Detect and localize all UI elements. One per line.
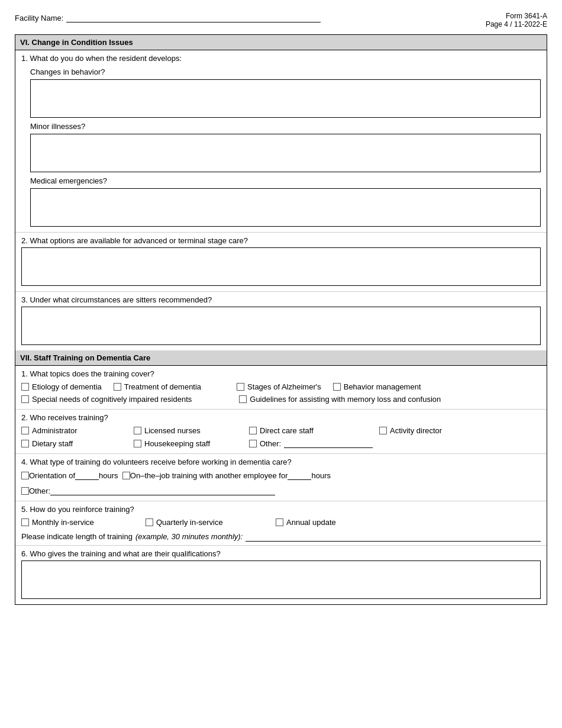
- section7-q1: 1. What topics does the training cover? …: [15, 366, 547, 410]
- recipient-housekeeping-label: Housekeeping staff: [144, 439, 210, 448]
- q5-quarterly-checkbox[interactable]: [146, 518, 153, 526]
- recipient-admin-label: Administrator: [32, 426, 77, 435]
- q1-sub1-block: Changes in behavior?: [21, 65, 541, 118]
- q1-sub1-label: Changes in behavior?: [30, 65, 541, 78]
- q1-sub3-label: Medical emergencies?: [30, 174, 541, 186]
- topic-etiology: Etiology of dementia: [21, 382, 102, 391]
- form-number: Form 3641-A: [486, 12, 547, 20]
- topic-stages: Stages of Alzheimer's: [237, 382, 321, 391]
- q4-hours2-field[interactable]: [288, 471, 311, 480]
- section7-q5: 5. How do you reinforce training? Monthl…: [15, 501, 547, 546]
- q4-other-checkbox[interactable]: [21, 487, 29, 495]
- section6-q3: 3. Under what circumstances are sitters …: [15, 292, 547, 350]
- section7-q2: 2. Who receives training? Administrator …: [15, 410, 547, 454]
- topic-special-label: Special needs of cognitively impaired re…: [32, 395, 192, 404]
- recipient-nurses-checkbox[interactable]: [134, 427, 141, 434]
- facility-label: Facility Name:: [15, 14, 63, 22]
- recipient-housekeeping-checkbox[interactable]: [134, 440, 141, 447]
- q4-hours1-field[interactable]: [75, 471, 99, 480]
- q4-other-field[interactable]: [50, 486, 275, 495]
- q1-sub1-answer[interactable]: [30, 79, 541, 118]
- q2-answer[interactable]: [21, 247, 541, 286]
- recipient-activity: Activity director: [379, 426, 442, 435]
- recipient-direct-checkbox[interactable]: [249, 427, 257, 434]
- q5-monthly-label: Monthly in-service: [32, 518, 94, 527]
- q6-answer[interactable]: [21, 561, 541, 599]
- recipient-dietary-checkbox[interactable]: [21, 440, 29, 447]
- q5-text: 5. How do you reinforce training?: [21, 505, 541, 514]
- q4-hours2-label: hours: [311, 471, 331, 480]
- q5-length-label: Please indicate length of training: [21, 532, 133, 541]
- topic-etiology-label: Etiology of dementia: [32, 382, 102, 391]
- topics-row1: Etiology of dementia Treatment of dement…: [21, 381, 541, 393]
- recipient-direct-label: Direct care staff: [260, 426, 314, 435]
- q3-answer[interactable]: [21, 307, 541, 345]
- recipient-activity-label: Activity director: [390, 426, 442, 435]
- q5-annual-label: Annual update: [286, 518, 336, 527]
- q6-text: 6. Who gives the training and what are t…: [21, 549, 541, 558]
- section6-q2: 2. What options are available for advanc…: [15, 233, 547, 292]
- section7-q6: 6. Who gives the training and what are t…: [15, 546, 547, 604]
- recipient-direct: Direct care staff: [249, 426, 367, 435]
- recipient-dietary: Dietary staff: [21, 439, 122, 448]
- q1-sub2-block: Minor illnesses?: [21, 120, 541, 172]
- recipient-nurses-label: Licensed nurses: [144, 426, 201, 435]
- section7-body: 1. What topics does the training cover? …: [15, 366, 547, 604]
- recipient-other-label: Other:: [260, 439, 281, 448]
- q1-sub2-answer[interactable]: [30, 134, 541, 172]
- q4-text: 4. What type of training do volunteers r…: [21, 458, 541, 466]
- topics-row2: Special needs of cognitively impaired re…: [21, 393, 541, 405]
- facility-name-row: Facility Name:: [15, 12, 321, 22]
- q5-length-row: Please indicate length of training (exam…: [21, 532, 541, 542]
- recipient-nurses: Licensed nurses: [134, 426, 237, 435]
- q1-sub3-answer[interactable]: [30, 188, 541, 227]
- page-info: Page 4 / 11-2022-E: [486, 20, 547, 28]
- recipients-row2: Dietary staff Housekeeping staff Other:: [21, 437, 541, 450]
- q1-topics-text: 1. What topics does the training cover?: [21, 369, 541, 378]
- q2-recipients-text: 2. Who receives training?: [21, 413, 541, 422]
- q4-orientation-checkbox[interactable]: [21, 472, 29, 479]
- q5-quarterly-label: Quarterly in-service: [156, 518, 223, 527]
- recipient-activity-checkbox[interactable]: [379, 427, 387, 434]
- q5-annual: Annual update: [276, 518, 336, 527]
- q1-text: 1. What do you do when the resident deve…: [21, 54, 541, 63]
- topic-guidelines-checkbox[interactable]: [239, 395, 247, 403]
- topic-guidelines: Guidelines for assisting with memory los…: [239, 395, 441, 404]
- recipient-housekeeping: Housekeeping staff: [134, 439, 237, 448]
- q3-text: 3. Under what circumstances are sitters …: [21, 295, 541, 304]
- topic-etiology-checkbox[interactable]: [21, 383, 29, 391]
- topic-behavior-label: Behavior management: [344, 382, 421, 391]
- q4-row1: Orientation of hours On–the–job training…: [21, 469, 541, 482]
- topic-stages-label: Stages of Alzheimer's: [247, 382, 321, 391]
- topic-treatment-checkbox[interactable]: [114, 383, 121, 391]
- topic-guidelines-label: Guidelines for assisting with memory los…: [250, 395, 441, 404]
- topic-behavior-checkbox[interactable]: [333, 383, 341, 391]
- facility-name-field[interactable]: [66, 12, 321, 22]
- section6-header: VI. Change in Condition Issues: [15, 35, 547, 50]
- section6-q1: 1. What do you do when the resident deve…: [15, 50, 547, 233]
- topic-special-checkbox[interactable]: [21, 395, 29, 403]
- section7-header: VII. Staff Training on Dementia Care: [15, 350, 547, 366]
- q5-length-example: (example, 30 minutes monthly):: [135, 532, 243, 541]
- q5-length-field[interactable]: [246, 532, 541, 542]
- topic-behavior: Behavior management: [333, 382, 421, 391]
- q1-sub2-label: Minor illnesses?: [30, 120, 541, 132]
- header-right: Form 3641-A Page 4 / 11-2022-E: [486, 12, 547, 28]
- recipient-other-checkbox[interactable]: [249, 440, 257, 447]
- q5-annual-checkbox[interactable]: [276, 518, 283, 526]
- recipient-admin-checkbox[interactable]: [21, 427, 29, 434]
- q4-hours1-label: hours: [99, 471, 118, 480]
- recipient-other-field[interactable]: [284, 439, 373, 448]
- q5-quarterly: Quarterly in-service: [146, 518, 264, 527]
- q5-monthly-checkbox[interactable]: [21, 518, 29, 526]
- q4-row2: Other:: [21, 484, 541, 497]
- topic-stages-checkbox[interactable]: [237, 383, 244, 391]
- topic-treatment: Treatment of dementia: [114, 382, 201, 391]
- topic-treatment-label: Treatment of dementia: [124, 382, 201, 391]
- q4-otj-label: On–the–job training with another employe…: [130, 471, 288, 480]
- q5-monthly: Monthly in-service: [21, 518, 134, 527]
- section6-body: 1. What do you do when the resident deve…: [15, 50, 547, 350]
- q2-text: 2. What options are available for advanc…: [21, 236, 541, 245]
- recipients-row1: Administrator Licensed nurses Direct car…: [21, 424, 541, 437]
- q4-otj-checkbox[interactable]: [122, 472, 130, 479]
